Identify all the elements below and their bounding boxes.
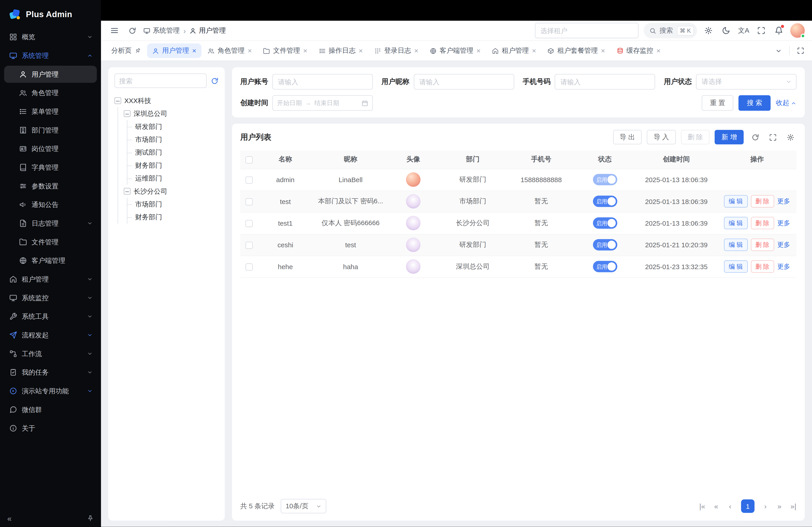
tree-node-market-dept-2[interactable]: 市场部门 — [128, 198, 219, 211]
edit-button[interactable]: 编 辑 — [724, 260, 748, 273]
tab-tenant-package-management[interactable]: 租户套餐管理 × — [542, 44, 610, 58]
row-checkbox[interactable] — [245, 263, 252, 270]
tree-node-test-dept[interactable]: 测试部门 — [128, 146, 219, 159]
collapse-node-icon[interactable] — [124, 188, 131, 195]
tree-refresh-button[interactable] — [211, 77, 218, 85]
status-select[interactable]: 请选择 — [696, 74, 796, 90]
sidebar-item-system-tools[interactable]: 系统工具 — [4, 308, 97, 325]
sidebar-item-overview[interactable]: 概览 — [4, 28, 97, 46]
tree-node-company[interactable]: XXX科技 — [114, 94, 218, 107]
close-icon[interactable]: × — [359, 47, 363, 54]
row-checkbox[interactable] — [245, 176, 252, 183]
close-icon[interactable]: × — [476, 47, 481, 54]
sidebar-item-system-management[interactable]: 系统管理 — [4, 47, 97, 64]
breadcrumb-user-management[interactable]: 用户管理 — [189, 26, 226, 35]
sidebar-item-system-monitor[interactable]: 系统监控 — [4, 289, 97, 306]
tab-login-log[interactable]: 登录日志 × — [369, 44, 424, 58]
created-date-range-picker[interactable]: 开始日期 → 结束日期 — [273, 95, 373, 111]
edit-button[interactable]: 编 辑 — [724, 195, 748, 208]
sidebar-item-wechat-group[interactable]: 微信群 — [4, 401, 97, 418]
tree-search-input[interactable] — [114, 74, 207, 88]
tree-node-changsha-branch[interactable]: 长沙分公司 — [118, 185, 218, 198]
sidebar-item-client-management[interactable]: 客户端管理 — [4, 252, 97, 269]
status-toggle[interactable]: 启用 — [593, 261, 617, 272]
delete-button[interactable]: 删 除 — [751, 217, 774, 229]
user-avatar[interactable] — [791, 23, 805, 37]
nickname-input[interactable] — [414, 74, 514, 90]
add-button[interactable]: 新 增 — [715, 130, 744, 144]
more-button[interactable]: 更多 — [777, 240, 790, 249]
prev-group-button[interactable]: « — [713, 502, 719, 510]
last-page-button[interactable]: »| — [791, 502, 797, 510]
first-page-button[interactable]: |« — [699, 502, 705, 510]
account-input[interactable] — [273, 74, 373, 90]
tab-tenant-management[interactable]: 租户管理 × — [487, 44, 541, 58]
collapse-filter-button[interactable]: 收起 — [776, 98, 796, 107]
sidebar-item-dict-management[interactable]: 字典管理 — [4, 159, 97, 176]
fullscreen-button[interactable] — [755, 24, 767, 37]
table-refresh-button[interactable] — [749, 131, 761, 144]
sidebar-item-department-management[interactable]: 部门管理 — [4, 122, 97, 139]
sidebar-item-post-management[interactable]: 岗位管理 — [4, 140, 97, 157]
next-group-button[interactable]: » — [777, 502, 783, 510]
tab-analysis[interactable]: 分析页 — [106, 44, 146, 58]
sidebar-item-user-management[interactable]: 用户管理 — [4, 66, 97, 83]
more-button[interactable]: 更多 — [777, 262, 790, 271]
sidebar-item-file-management[interactable]: 文件管理 — [4, 233, 97, 251]
delete-button[interactable]: 删 除 — [751, 239, 774, 251]
import-button[interactable]: 导 入 — [647, 130, 676, 144]
tab-operation-log[interactable]: 操作日志 × — [314, 44, 368, 58]
tree-node-market-dept[interactable]: 市场部门 — [128, 133, 219, 146]
tree-node-rd-dept[interactable]: 研发部门 — [128, 120, 219, 133]
tenant-select-input[interactable] — [535, 23, 638, 38]
edit-button[interactable]: 编 辑 — [724, 239, 748, 251]
row-checkbox[interactable] — [245, 198, 252, 205]
content-fullscreen-button[interactable] — [794, 44, 807, 57]
delete-button[interactable]: 删 除 — [751, 260, 774, 273]
close-icon[interactable]: × — [532, 47, 536, 54]
close-icon[interactable]: × — [192, 47, 197, 54]
close-icon[interactable]: × — [414, 47, 418, 54]
tab-role-management[interactable]: 角色管理 × — [203, 44, 257, 58]
phone-input[interactable] — [555, 74, 655, 90]
sidebar-item-about[interactable]: 关于 — [4, 420, 97, 437]
menu-toggle-button[interactable] — [108, 24, 121, 37]
pin-icon[interactable] — [87, 515, 94, 521]
sidebar-item-demo-features[interactable]: 演示站专用功能 — [4, 382, 97, 400]
settings-button[interactable] — [702, 24, 714, 37]
close-icon[interactable]: × — [248, 47, 252, 54]
search-button[interactable]: 搜 索 — [739, 95, 770, 111]
sidebar-item-param-settings[interactable]: 参数设置 — [4, 178, 97, 195]
row-checkbox[interactable] — [245, 242, 252, 249]
sidebar-item-my-tasks[interactable]: 我的任务 — [4, 364, 97, 381]
prev-page-button[interactable]: ‹ — [727, 502, 733, 510]
notifications-button[interactable] — [773, 24, 785, 37]
tab-client-management[interactable]: 客户端管理 × — [425, 44, 486, 58]
breadcrumb-system-management[interactable]: 系统管理 — [143, 26, 180, 35]
status-toggle[interactable]: 启用 — [593, 196, 617, 207]
status-toggle[interactable]: 启用 — [593, 174, 617, 185]
dark-mode-button[interactable] — [720, 24, 732, 37]
close-icon[interactable]: × — [656, 47, 661, 54]
tree-node-finance-dept[interactable]: 财务部门 — [128, 159, 219, 172]
sidebar-item-tenant-management[interactable]: 租户管理 — [4, 271, 97, 288]
sidebar-item-notice[interactable]: 通知公告 — [4, 196, 97, 213]
collapse-node-icon[interactable] — [124, 110, 131, 117]
collapse-node-icon[interactable] — [114, 97, 121, 104]
more-button[interactable]: 更多 — [777, 219, 790, 227]
sidebar-item-log-management[interactable]: 日志管理 — [4, 215, 97, 232]
sidebar-item-menu-management[interactable]: 菜单管理 — [4, 103, 97, 120]
close-icon[interactable]: × — [303, 47, 307, 54]
tabs-dropdown-button[interactable] — [772, 44, 784, 57]
reset-button[interactable]: 重 置 — [701, 95, 733, 111]
delete-button[interactable]: 删 除 — [751, 195, 774, 208]
sidebar-item-role-management[interactable]: 角色管理 — [4, 84, 97, 102]
tab-cache-monitor[interactable]: 缓存监控 × — [611, 44, 666, 58]
page-size-select[interactable]: 10条/页 — [281, 499, 327, 513]
tree-node-finance-dept-2[interactable]: 财务部门 — [128, 211, 219, 223]
pin-icon[interactable] — [133, 46, 142, 55]
close-icon[interactable]: × — [601, 47, 605, 54]
global-search-button[interactable]: 搜索 ⌘ K — [643, 23, 697, 38]
export-button[interactable]: 导 出 — [613, 130, 642, 144]
current-page-button[interactable]: 1 — [741, 499, 754, 513]
